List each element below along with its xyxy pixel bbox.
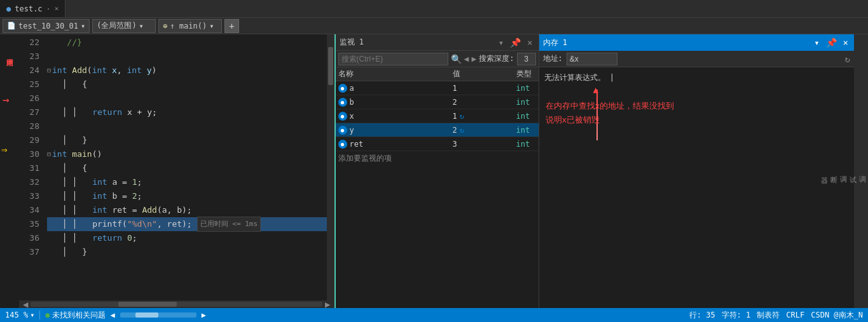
- code-line-24: ⊟int Add(int x, int y): [47, 64, 327, 77]
- code-line-32: ││ int a = 1;: [47, 175, 327, 189]
- memory-panel-close-icon[interactable]: ×: [841, 37, 850, 48]
- watch-icon-y: ●: [338, 126, 347, 135]
- main-content: 调用结束 → ⇒ 22 23 24 25 26 27 28 29 30 31 3…: [0, 34, 868, 308]
- watch-icon-a: ●: [338, 84, 347, 93]
- scroll-track[interactable]: [31, 302, 322, 307]
- watch-cell-type-a: int: [516, 84, 536, 93]
- memory-content: 无法计算表达式。 | ▲ 在内存中查找x的地址，结果没找到 说明x已被销毁: [539, 67, 855, 308]
- search-icon: 🔍: [451, 54, 462, 64]
- scroll-right-btn[interactable]: ▶: [202, 311, 206, 319]
- memory-address-input[interactable]: [567, 53, 617, 65]
- editor-bottom-scrollbar[interactable]: ◀ ▶: [19, 300, 334, 308]
- watch-name-y: y: [350, 126, 354, 135]
- watch-refresh-y-icon[interactable]: ↻: [460, 126, 464, 135]
- watch-add-label: 添加要监视的项: [338, 153, 392, 164]
- scrollbar-thumb[interactable]: [328, 47, 333, 85]
- line-ending-info: CRLF: [786, 311, 804, 319]
- watch-name-ret: ret: [350, 140, 364, 149]
- watch-icon-x: ●: [338, 112, 347, 121]
- memory-annotation: 在内存中查找x的地址，结果没找到 说明x已被销毁: [546, 99, 675, 127]
- scroll-left-btn[interactable]: ◀: [111, 311, 115, 319]
- watch-row-b[interactable]: ● b 2 int: [336, 95, 539, 109]
- current-line-arrow-icon: ⇒: [1, 144, 8, 156]
- watch-panel-close-icon[interactable]: ×: [525, 37, 534, 48]
- code-line-25: │ {: [47, 77, 327, 91]
- watch-cell-type-b: int: [516, 98, 536, 107]
- search-depth-label: 搜索深度:: [479, 53, 514, 64]
- zoom-level[interactable]: 145 % ▾: [5, 311, 34, 319]
- watch-cell-type-x: int: [516, 112, 536, 121]
- watch-cell-value-b: 2: [453, 98, 516, 107]
- watch-search-bar: 🔍 ◀ ▶ 搜索深度:: [336, 51, 539, 67]
- status-bar: 145 % ▾ ● 未找到相关问题 ◀ ▶ 行: 35 字符: 1 制表符 CR…: [0, 308, 868, 322]
- memory-address-bar: 地址: ↻: [539, 51, 855, 67]
- watch-row-y[interactable]: ● y 2 ↻ int: [336, 123, 539, 137]
- status-indicator: ● 未找到相关问题: [45, 310, 105, 321]
- zoom-arrow: ▾: [30, 311, 34, 319]
- code-line-22: //}: [47, 36, 327, 50]
- toolbar: 📄 test_10_30_01 ▾ (全局范围) ▾ ⊕ ↑ main() ▾ …: [0, 18, 868, 34]
- watch-refresh-x-icon[interactable]: ↻: [460, 112, 464, 121]
- code-line-23: [47, 50, 327, 64]
- tab-filename: test.c: [15, 4, 42, 13]
- search-nav-back-icon[interactable]: ◀: [464, 54, 469, 64]
- watch-search-input[interactable]: [338, 53, 448, 65]
- file-selector-label: test_10_30_01: [18, 22, 78, 30]
- line-numbers: 22 23 24 25 26 27 28 29 30 31 32 33 34 3…: [19, 34, 45, 300]
- watch-value-y: 2: [453, 126, 457, 135]
- code-line-30: ⊟int main(): [47, 147, 327, 161]
- watch-cell-name-ret: ● ret: [338, 140, 453, 149]
- function-label: ↑ main(): [170, 22, 207, 30]
- code-panel: 22 23 24 25 26 27 28 29 30 31 32 33 34 3…: [19, 34, 336, 308]
- memory-error-text: 无法计算表达式。 |: [544, 72, 850, 83]
- scope-arrow: ▾: [139, 22, 144, 30]
- memory-panel-pin-icon[interactable]: 📌: [824, 37, 839, 48]
- scroll-thumb[interactable]: [118, 302, 177, 307]
- code-lines: 22 23 24 25 26 27 28 29 30 31 32 33 34 3…: [19, 34, 334, 300]
- memory-panel-menu-icon[interactable]: ▾: [812, 37, 821, 48]
- watch-cell-type-ret: int: [516, 140, 536, 149]
- scroll-right-icon[interactable]: ▶: [322, 299, 333, 308]
- scope-selector[interactable]: (全局范围) ▾: [92, 19, 156, 33]
- code-line-35: ││ printf("%d\n", ret);已用时间 <= 1ms: [47, 217, 327, 231]
- code-content[interactable]: //} ⊟int Add(int x, int y) │ { ││ return…: [45, 34, 327, 300]
- watch-row-x[interactable]: ● x 1 ↻ int: [336, 109, 539, 123]
- file-selector-icon: 📄: [7, 22, 16, 30]
- tab-pin: ·: [46, 4, 51, 13]
- watch-panel-menu-icon[interactable]: ▾: [497, 37, 506, 48]
- file-selector[interactable]: 📄 test_10_30_01 ▾: [3, 19, 90, 33]
- scroll-left-icon[interactable]: ◀: [20, 299, 31, 308]
- editor-scrollbar[interactable]: [327, 34, 334, 300]
- search-depth-input[interactable]: [517, 53, 536, 65]
- credit-text: CSDN @南木_N: [811, 310, 863, 321]
- watch-add-item[interactable]: 添加要监视的项: [336, 151, 539, 165]
- status-right: 行: 35 字符: 1 制表符 CRLF CSDN @南木_N: [689, 310, 863, 321]
- watch-row-ret[interactable]: ● ret 3 int: [336, 137, 539, 151]
- watch-type-ret: int: [516, 140, 530, 149]
- tab-close[interactable]: ×: [55, 4, 59, 13]
- watch-panel-pin-icon[interactable]: 📌: [508, 37, 523, 48]
- right-sidebar: 调 试 调 断 器: [854, 34, 868, 308]
- code-line-34: ││ int ret = Add(a, b);: [47, 203, 327, 217]
- col-info: 字符: 1: [722, 310, 751, 321]
- function-selector[interactable]: ⊕ ↑ main() ▾: [158, 19, 222, 33]
- watch-type-x: int: [516, 112, 530, 121]
- code-line-29: │ }: [47, 133, 327, 147]
- left-annotation: 调用结束 → ⇒: [0, 34, 19, 308]
- watch-name-a: a: [350, 84, 354, 93]
- watch-panel: 监视 1 ▾ 📌 × 🔍 ◀ ▶ 搜索深度: 名称 值 类型 ● a: [336, 34, 539, 308]
- memory-panel: 内存 1 ▾ 📌 × 地址: ↻ 无法计算表达式。 | ▲ 在内存中: [539, 34, 855, 308]
- watch-row-a[interactable]: ● a 1 int: [336, 81, 539, 95]
- memory-refresh-icon[interactable]: ↻: [845, 54, 850, 64]
- address-label: 地址:: [543, 53, 563, 64]
- watch-cell-name-a: ● a: [338, 84, 453, 93]
- code-line-27: ││ return x + y;: [47, 105, 327, 119]
- col-value-header: 值: [453, 69, 516, 79]
- file-tab[interactable]: ● test.c · ×: [0, 0, 65, 17]
- col-name-header: 名称: [338, 69, 453, 79]
- add-watch-button[interactable]: +: [224, 19, 238, 33]
- watch-value-x: 1: [453, 112, 457, 121]
- encoding-info: 制表符: [757, 310, 780, 321]
- status-circle-icon: ●: [45, 311, 50, 319]
- search-nav-fwd-icon[interactable]: ▶: [471, 54, 476, 64]
